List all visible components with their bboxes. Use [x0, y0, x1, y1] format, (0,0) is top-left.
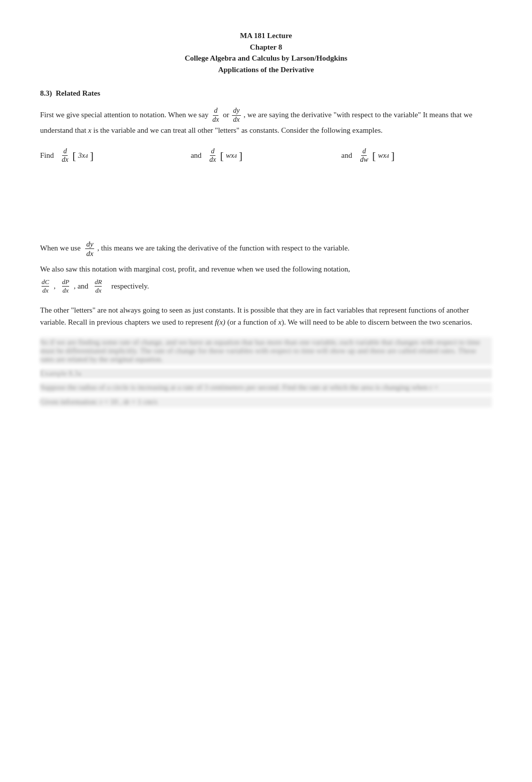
header-line4: Applications of the Derivative — [40, 64, 492, 76]
example1-frac: d dx — [61, 147, 69, 165]
header-line2: Chapter 8 — [40, 42, 492, 53]
example2-bracket-close: ] — [239, 150, 242, 161]
dy-dx-fraction: dy dx — [232, 107, 240, 124]
example2-expr: wx4 — [226, 151, 237, 160]
dc-dx: dC dx — [41, 278, 50, 294]
paragraph-3: We also saw this notation with marginal … — [40, 263, 492, 294]
work-area — [40, 179, 492, 239]
dp-dx: dP dx — [62, 278, 70, 294]
header-line3: College Algebra and Calculus by Larson/H… — [40, 53, 492, 64]
paragraph-2: When we use dy dx , this means we are ta… — [40, 239, 492, 258]
example3-bracket-close: ] — [391, 150, 395, 161]
para1-text: First we give special attention to notat… — [40, 111, 208, 119]
and-label-1: and — [191, 151, 202, 160]
example-2: and d dx [ wx4 ] — [191, 147, 342, 165]
and-label-2: and — [341, 151, 352, 160]
example-3: and d dw [ wx4 ] — [341, 147, 492, 165]
page-content: MA 181 Lecture Chapter 8 College Algebra… — [40, 30, 492, 407]
find-label: Find — [40, 151, 54, 160]
para4-text: The other "letters" are not always going… — [40, 306, 472, 326]
para2b-text: , this means we are taking the derivativ… — [97, 244, 350, 252]
para3-text: We also saw this notation with marginal … — [40, 265, 350, 273]
example1-bracket-close: ] — [90, 150, 93, 161]
paragraph-1: First we give special attention to notat… — [40, 107, 492, 136]
section-title: 8.3) Related Rates — [40, 89, 492, 98]
example1-bracket-open: [ — [72, 150, 76, 161]
paragraph-4: The other "letters" are not always going… — [40, 304, 492, 328]
notation-row: dC dx , dP dx , and dR dx respectively. — [40, 278, 492, 294]
example2-bracket-open: [ — [220, 150, 223, 161]
page-header: MA 181 Lecture Chapter 8 College Algebra… — [40, 30, 492, 75]
blurred-example-label: Example 8.3a — [40, 369, 492, 378]
header-line1: MA 181 Lecture — [40, 30, 492, 42]
dr-dx: dR dx — [94, 278, 102, 294]
example3-frac: d dw — [359, 147, 369, 165]
blurred-para-2: Suppose the radius of a circle is increa… — [40, 382, 492, 393]
example1-expr: 3x4 — [78, 151, 88, 160]
respectively-text: respectively. — [111, 280, 149, 292]
blurred-para-3: Given information: r = 10 , dr = 1 cm/s — [40, 397, 492, 407]
example3-bracket-open: [ — [372, 150, 376, 161]
para2-text: When we use — [40, 244, 81, 252]
blurred-section: So if we are finding some rate of change… — [40, 337, 492, 407]
d-dx-fraction: d dx — [211, 107, 220, 124]
examples-row: Find d dx [ 3x4 ] and d dx [ wx4 ] and d — [40, 147, 492, 165]
example3-expr: wx4 — [378, 151, 389, 160]
example2-frac: d dx — [208, 147, 217, 165]
dy-dx-notation: dy dx — [85, 239, 94, 258]
example-1: Find d dx [ 3x4 ] — [40, 147, 191, 165]
blurred-para-1: So if we are finding some rate of change… — [40, 337, 492, 365]
